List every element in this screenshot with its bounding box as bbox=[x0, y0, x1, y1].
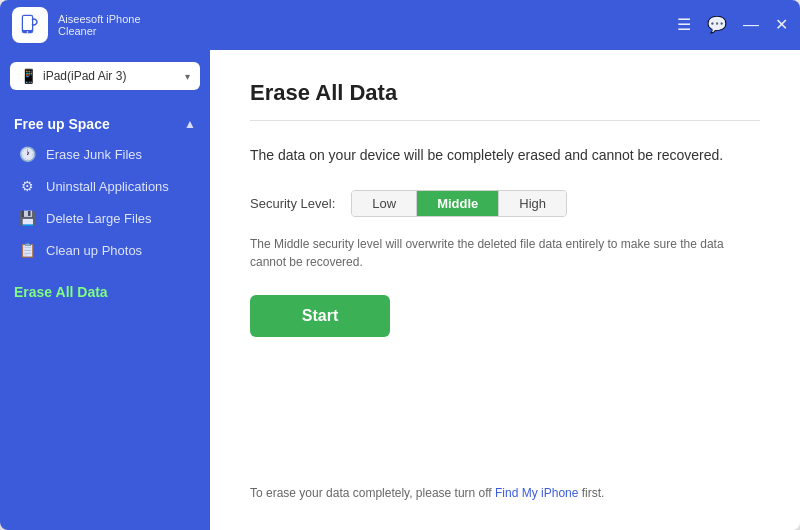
security-buttons: Low Middle High bbox=[351, 190, 567, 217]
security-high-button[interactable]: High bbox=[499, 191, 566, 216]
warning-text: The data on your device will be complete… bbox=[250, 145, 760, 166]
free-up-space-section: Free up Space ▲ 🕐 Erase Junk Files ⚙ Uni… bbox=[0, 102, 210, 274]
footer-text: To erase your data completely, please tu… bbox=[250, 466, 760, 500]
menu-icon[interactable]: ☰ bbox=[677, 17, 691, 33]
security-label: Security Level: bbox=[250, 196, 335, 211]
security-low-button[interactable]: Low bbox=[352, 191, 417, 216]
photos-icon: 📋 bbox=[18, 241, 36, 259]
security-level-row: Security Level: Low Middle High bbox=[250, 190, 760, 217]
settings-icon: ⚙ bbox=[18, 177, 36, 195]
sidebar-item-delete-large[interactable]: 💾 Delete Large Files bbox=[0, 202, 210, 234]
close-button[interactable]: ✕ bbox=[775, 17, 788, 33]
svg-rect-1 bbox=[23, 16, 32, 30]
find-my-iphone-link[interactable]: Find My iPhone bbox=[495, 486, 578, 500]
page-title: Erase All Data bbox=[250, 80, 760, 106]
main-content: Erase All Data The data on your device w… bbox=[210, 50, 800, 530]
sidebar: 📱 iPad(iPad Air 3) ▾ Free up Space ▲ 🕐 E… bbox=[0, 50, 210, 530]
clock-icon: 🕐 bbox=[18, 145, 36, 163]
title-divider bbox=[250, 120, 760, 121]
security-description: The Middle security level will overwrite… bbox=[250, 235, 760, 271]
sidebar-item-clean-photos[interactable]: 📋 Clean up Photos bbox=[0, 234, 210, 266]
chevron-down-icon: ▾ bbox=[185, 71, 190, 82]
main-window: Aiseesoft iPhone Cleaner ☰ 💬 — ✕ 📱 iPad(… bbox=[0, 0, 800, 530]
minimize-button[interactable]: — bbox=[743, 17, 759, 33]
free-up-space-header[interactable]: Free up Space ▲ bbox=[0, 110, 210, 138]
window-controls: ☰ 💬 — ✕ bbox=[677, 17, 788, 33]
section-arrow-icon: ▲ bbox=[184, 117, 196, 131]
device-name: iPad(iPad Air 3) bbox=[43, 69, 179, 83]
start-button[interactable]: Start bbox=[250, 295, 390, 337]
title-bar: Aiseesoft iPhone Cleaner ☰ 💬 — ✕ bbox=[0, 0, 800, 50]
sidebar-item-uninstall-apps[interactable]: ⚙ Uninstall Applications bbox=[0, 170, 210, 202]
content-area: 📱 iPad(iPad Air 3) ▾ Free up Space ▲ 🕐 E… bbox=[0, 50, 800, 530]
sidebar-item-erase-all-data[interactable]: Erase All Data bbox=[0, 274, 210, 310]
chat-icon[interactable]: 💬 bbox=[707, 17, 727, 33]
app-title: Aiseesoft iPhone Cleaner bbox=[58, 13, 677, 37]
svg-point-2 bbox=[27, 31, 29, 33]
device-selector[interactable]: 📱 iPad(iPad Air 3) ▾ bbox=[10, 62, 200, 90]
storage-icon: 💾 bbox=[18, 209, 36, 227]
security-middle-button[interactable]: Middle bbox=[417, 191, 499, 216]
sidebar-item-erase-junk[interactable]: 🕐 Erase Junk Files bbox=[0, 138, 210, 170]
device-icon: 📱 bbox=[20, 68, 37, 84]
app-icon bbox=[12, 7, 48, 43]
